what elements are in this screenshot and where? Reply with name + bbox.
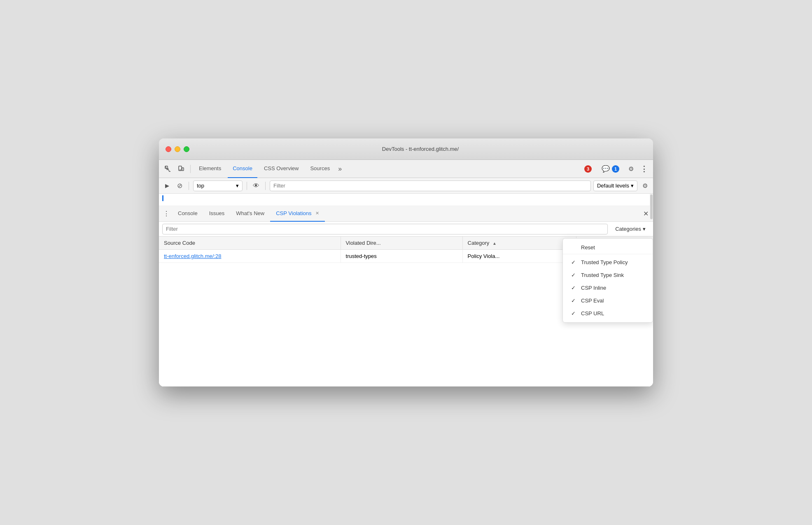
sort-icon: ▲	[492, 241, 497, 246]
title-bar: DevTools - tt-enforced.glitch.me/	[159, 138, 653, 160]
close-panel-button[interactable]: ✕	[640, 208, 651, 220]
violations-panel: Categories ▾ ✓ Reset ✓ Trusted Type Poli…	[159, 222, 653, 387]
toolbar-divider-2	[189, 182, 189, 190]
check-csp-url: ✓	[571, 310, 578, 316]
device-toggle-icon[interactable]	[175, 163, 187, 175]
reset-label: Reset	[581, 244, 595, 251]
minimize-button[interactable]	[175, 146, 180, 152]
message-count-badge: 1	[612, 165, 619, 173]
levels-arrow: ▾	[631, 183, 634, 189]
inspect-icon[interactable]	[162, 163, 174, 175]
cell-violated: trusted-types	[341, 250, 462, 263]
context-dropdown-arrow: ▾	[236, 183, 239, 189]
tab-console[interactable]: Console	[228, 160, 257, 178]
secondary-toolbar: ▶ ⊘ top ▾ 👁 Default levels ▾ ⚙	[159, 178, 653, 194]
play-icon[interactable]: ▶	[162, 181, 172, 191]
cell-category: Policy Viola...	[462, 250, 576, 263]
categories-label: Categories	[615, 226, 641, 232]
tab-console-bottom[interactable]: Console	[172, 206, 203, 222]
reset-button[interactable]: ✓ Reset	[563, 241, 653, 254]
category-csp-inline[interactable]: ✓ CSP Inline	[563, 281, 653, 294]
source-link[interactable]: tt-enforced.glitch.me/:28	[164, 253, 221, 259]
category-label-3: CSP Inline	[581, 285, 606, 291]
category-trusted-type-sink[interactable]: ✓ Trusted Type Sink	[563, 269, 653, 281]
tab-csp-violations[interactable]: CSP Violations ✕	[270, 206, 325, 222]
check-trusted-type-sink: ✓	[571, 272, 578, 278]
categories-button[interactable]: Categories ▾	[611, 224, 650, 234]
tab-css-overview[interactable]: CSS Overview	[259, 160, 304, 178]
more-tabs-button[interactable]: »	[336, 163, 343, 175]
toolbar-divider-1	[190, 165, 191, 173]
check-trusted-type-policy: ✓	[571, 259, 578, 265]
eye-icon[interactable]: 👁	[251, 181, 261, 191]
tab-elements[interactable]: Elements	[194, 160, 226, 178]
category-value: Policy Viola...	[468, 253, 500, 259]
bottom-tabs-bar: ⋮ Console Issues What's New CSP Violatio…	[159, 206, 653, 222]
error-badge-button[interactable]: 3	[580, 163, 596, 175]
category-label-5: CSP URL	[581, 310, 604, 316]
cell-source: tt-enforced.glitch.me/:28	[159, 250, 341, 263]
levels-dropdown[interactable]: Default levels ▾	[593, 180, 637, 191]
settings-icon[interactable]: ⚙	[625, 163, 637, 175]
levels-label: Default levels	[597, 183, 629, 189]
category-csp-eval[interactable]: ✓ CSP Eval	[563, 294, 653, 307]
close-csp-tab-button[interactable]: ✕	[315, 211, 319, 216]
categories-arrow: ▾	[643, 226, 646, 232]
check-csp-eval: ✓	[571, 298, 578, 304]
violations-filter-input[interactable]	[162, 224, 608, 234]
violations-filter-row: Categories ▾ ✓ Reset ✓ Trusted Type Poli…	[159, 222, 653, 237]
traffic-lights	[166, 146, 189, 152]
context-selector[interactable]: top ▾	[193, 180, 243, 191]
indicator-area	[159, 194, 653, 206]
col-category[interactable]: Category ▲	[462, 237, 576, 250]
scrollbar-thumb[interactable]	[650, 195, 653, 219]
category-label-4: CSP Eval	[581, 298, 604, 304]
block-icon[interactable]: ⊘	[175, 181, 184, 191]
window-title: DevTools - tt-enforced.glitch.me/	[194, 146, 646, 152]
category-csp-url[interactable]: ✓ CSP URL	[563, 307, 653, 320]
category-trusted-type-policy[interactable]: ✓ Trusted Type Policy	[563, 256, 653, 269]
toolbar-divider-4	[265, 182, 266, 190]
violated-value: trusted-types	[346, 253, 377, 259]
svg-rect-2	[182, 168, 184, 171]
col-source-code: Source Code	[159, 237, 341, 250]
error-count-badge: 3	[584, 165, 592, 173]
category-label-1: Trusted Type Policy	[581, 259, 628, 265]
toolbar-divider-3	[247, 182, 247, 190]
message-icon: 💬	[602, 165, 610, 173]
check-csp-inline: ✓	[571, 285, 578, 291]
maximize-button[interactable]	[184, 146, 189, 152]
panel-more-button[interactable]: ⋮	[161, 208, 172, 220]
console-filter-input[interactable]	[270, 180, 591, 191]
more-options-icon[interactable]: ⋮	[638, 163, 650, 175]
col-violated-directive: Violated Dire...	[341, 237, 462, 250]
main-toolbar: Elements Console CSS Overview Sources » …	[159, 160, 653, 178]
scrollbar[interactable]	[650, 194, 653, 206]
categories-dropdown: ✓ Reset ✓ Trusted Type Policy ✓ Trusted …	[562, 238, 653, 323]
console-settings-icon[interactable]: ⚙	[640, 181, 650, 191]
tab-issues[interactable]: Issues	[203, 206, 231, 222]
category-label-2: Trusted Type Sink	[581, 272, 624, 278]
tab-sources[interactable]: Sources	[305, 160, 335, 178]
close-button[interactable]	[166, 146, 171, 152]
context-label: top	[197, 183, 204, 189]
devtools-window: DevTools - tt-enforced.glitch.me/ Elemen…	[159, 138, 653, 387]
blue-indicator	[162, 195, 163, 201]
message-badge-button[interactable]: 💬 1	[597, 163, 623, 175]
tab-whats-new[interactable]: What's New	[230, 206, 270, 222]
bottom-panel: ⋮ Console Issues What's New CSP Violatio…	[159, 206, 653, 387]
